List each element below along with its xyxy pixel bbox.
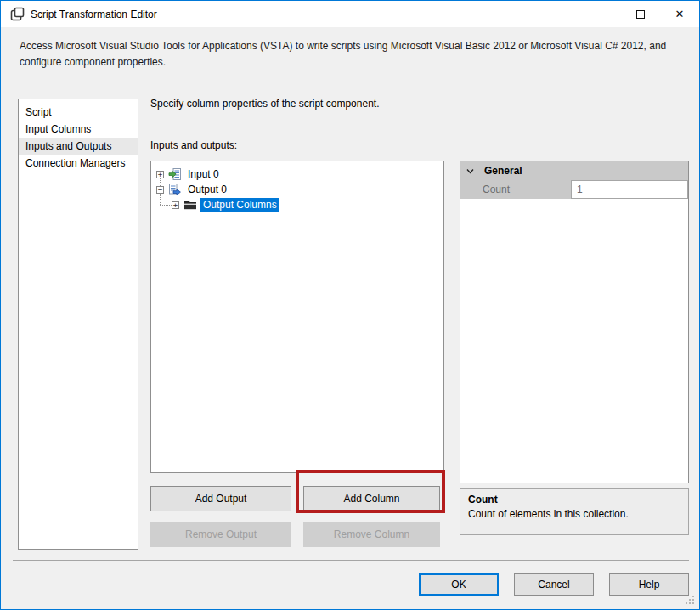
tree-node-label[interactable]: Input 0 bbox=[185, 167, 222, 181]
input-icon bbox=[168, 167, 182, 181]
tree-label: Inputs and outputs: bbox=[150, 139, 237, 151]
window-title: Script Transformation Editor bbox=[31, 8, 157, 20]
add-column-button[interactable]: Add Column bbox=[303, 486, 440, 511]
sidebar-page-list: Script Input Columns Inputs and Outputs … bbox=[18, 99, 138, 550]
tree-node-label[interactable]: Output Columns bbox=[200, 198, 279, 212]
sidebar-item-script[interactable]: Script bbox=[19, 104, 138, 121]
property-description-text: Count of elements in this collection. bbox=[468, 508, 680, 520]
sidebar-item-input-columns[interactable]: Input Columns bbox=[19, 121, 138, 138]
tree-node-output-0[interactable]: − Output 0 bbox=[151, 182, 443, 197]
dialog-description-line2: configure component properties. bbox=[20, 54, 689, 71]
property-description-title: Count bbox=[468, 494, 680, 506]
expand-plus-icon[interactable]: + bbox=[172, 201, 179, 209]
expand-plus-icon[interactable]: + bbox=[156, 171, 164, 178]
page-instruction: Specify column properties of the script … bbox=[150, 98, 379, 110]
add-output-button[interactable]: Add Output bbox=[150, 486, 291, 511]
property-category-header[interactable]: General bbox=[460, 161, 688, 180]
cancel-button[interactable]: Cancel bbox=[514, 573, 594, 596]
property-value-field: 1 bbox=[571, 180, 688, 199]
dialog-description-line1: Access Microsoft Visual Studio Tools for… bbox=[20, 38, 689, 54]
help-button[interactable]: Help bbox=[609, 573, 689, 596]
close-button[interactable]: ✕ bbox=[660, 1, 699, 27]
output-icon bbox=[168, 183, 182, 196]
maximize-icon bbox=[636, 10, 645, 19]
dialog-description: Access Microsoft Visual Studio Tools for… bbox=[20, 38, 689, 71]
property-name: Count bbox=[460, 180, 571, 199]
property-description-panel: Count Count of elements in this collecti… bbox=[460, 488, 689, 535]
chevron-down-icon bbox=[466, 167, 474, 175]
sidebar-item-inputs-and-outputs[interactable]: Inputs and Outputs bbox=[19, 138, 138, 155]
remove-column-button: Remove Column bbox=[303, 522, 440, 547]
folder-icon bbox=[183, 198, 197, 212]
property-grid: General Count 1 bbox=[460, 161, 689, 483]
sidebar-item-connection-managers[interactable]: Connection Managers bbox=[19, 155, 138, 172]
property-category-label: General bbox=[484, 165, 522, 177]
property-row-count: Count 1 bbox=[460, 180, 688, 199]
resize-grip[interactable] bbox=[686, 596, 695, 605]
maximize-button[interactable] bbox=[621, 1, 660, 27]
ok-button[interactable]: OK bbox=[419, 573, 499, 596]
script-transformation-editor-dialog: Script Transformation Editor ✕ Access Mi… bbox=[0, 0, 700, 610]
inputs-outputs-tree[interactable]: + Input 0 − Output 0 + bbox=[150, 161, 444, 473]
footer-separator bbox=[13, 560, 689, 561]
collapse-minus-icon[interactable]: − bbox=[156, 186, 164, 194]
script-transformation-icon bbox=[10, 7, 25, 21]
tree-node-label[interactable]: Output 0 bbox=[185, 183, 229, 196]
minimize-button bbox=[582, 1, 621, 27]
remove-output-button: Remove Output bbox=[150, 522, 291, 547]
tree-node-input-0[interactable]: + Input 0 bbox=[151, 167, 443, 182]
tree-node-output-columns[interactable]: + Output Columns bbox=[151, 197, 443, 212]
titlebar[interactable]: Script Transformation Editor ✕ bbox=[1, 1, 699, 27]
minimize-icon bbox=[597, 14, 606, 14]
close-icon: ✕ bbox=[675, 8, 685, 20]
